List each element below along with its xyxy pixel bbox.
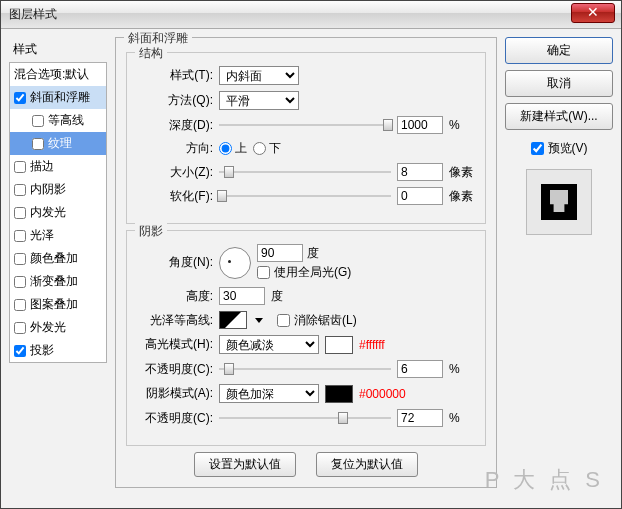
shading-legend: 阴影 — [135, 223, 167, 240]
check-texture[interactable] — [32, 138, 44, 150]
preview-thumbnail — [526, 169, 592, 235]
method-label: 方法(Q): — [135, 92, 213, 109]
ok-button[interactable]: 确定 — [505, 37, 613, 64]
structure-legend: 结构 — [135, 45, 167, 62]
sidebar-item-texture[interactable]: 纹理 — [10, 132, 106, 155]
check-innershadow[interactable] — [14, 184, 26, 196]
highlight-opacity-input[interactable] — [397, 360, 443, 378]
close-button[interactable]: ✕ — [571, 3, 615, 23]
altitude-input[interactable] — [219, 287, 265, 305]
cancel-button[interactable]: 取消 — [505, 70, 613, 97]
center-panel: 斜面和浮雕 结构 样式(T): 内斜面 方法(Q): 平滑 深度(D): — [115, 37, 497, 500]
reset-default-button[interactable]: 复位为默认值 — [316, 452, 418, 477]
gloss-contour-picker[interactable] — [219, 311, 247, 329]
highlight-mode-select[interactable]: 颜色减淡 — [219, 335, 319, 354]
sidebar-item-innerglow[interactable]: 内发光 — [10, 201, 106, 224]
depth-label: 深度(D): — [135, 117, 213, 134]
shading-group: 阴影 角度(N): 度 使用全局光(G) 高度: — [126, 230, 486, 446]
style-select[interactable]: 内斜面 — [219, 66, 299, 85]
sidebar-item-patternoverlay[interactable]: 图案叠加 — [10, 293, 106, 316]
sidebar-item-stroke[interactable]: 描边 — [10, 155, 106, 178]
highlight-opacity-slider[interactable] — [219, 361, 391, 377]
chevron-down-icon[interactable] — [255, 318, 263, 323]
sidebar-item-coloroverlay[interactable]: 颜色叠加 — [10, 247, 106, 270]
check-gradientoverlay[interactable] — [14, 276, 26, 288]
antialias-check[interactable] — [277, 314, 290, 327]
preview-check[interactable] — [531, 142, 544, 155]
sidebar-header: 样式 — [9, 37, 107, 62]
size-input[interactable] — [397, 163, 443, 181]
shadow-opacity-slider[interactable] — [219, 410, 391, 426]
sidebar-item-outerglow[interactable]: 外发光 — [10, 316, 106, 339]
size-slider[interactable] — [219, 164, 391, 180]
new-style-button[interactable]: 新建样式(W)... — [505, 103, 613, 130]
angle-dial[interactable] — [219, 247, 251, 279]
shadow-mode-label: 阴影模式(A): — [135, 385, 213, 402]
layer-style-dialog: 图层样式 ✕ 样式 混合选项:默认 斜面和浮雕 等高线 纹理 描边 内阴影 内发… — [0, 0, 622, 509]
check-innerglow[interactable] — [14, 207, 26, 219]
style-list: 混合选项:默认 斜面和浮雕 等高线 纹理 描边 内阴影 内发光 光泽 颜色叠加 … — [9, 62, 107, 363]
check-patternoverlay[interactable] — [14, 299, 26, 311]
dir-label: 方向: — [135, 140, 213, 157]
angle-input[interactable] — [257, 244, 303, 262]
make-default-button[interactable]: 设置为默认值 — [194, 452, 296, 477]
check-satin[interactable] — [14, 230, 26, 242]
soften-label: 软化(F): — [135, 188, 213, 205]
global-light-check[interactable] — [257, 266, 270, 279]
depth-slider[interactable] — [219, 117, 391, 133]
titlebar: 图层样式 ✕ — [1, 1, 621, 29]
check-coloroverlay[interactable] — [14, 253, 26, 265]
sidebar-item-gradientoverlay[interactable]: 渐变叠加 — [10, 270, 106, 293]
sidebar-item-innershadow[interactable]: 内阴影 — [10, 178, 106, 201]
angle-label: 角度(N): — [135, 254, 213, 271]
check-outerglow[interactable] — [14, 322, 26, 334]
sidebar-item-dropshadow[interactable]: 投影 — [10, 339, 106, 362]
highlight-color-swatch[interactable] — [325, 336, 353, 354]
sidebar: 样式 混合选项:默认 斜面和浮雕 等高线 纹理 描边 内阴影 内发光 光泽 颜色… — [9, 37, 107, 500]
dialog-body: 样式 混合选项:默认 斜面和浮雕 等高线 纹理 描边 内阴影 内发光 光泽 颜色… — [1, 29, 621, 508]
structure-group: 结构 样式(T): 内斜面 方法(Q): 平滑 深度(D): % — [126, 52, 486, 224]
sidebar-item-blend[interactable]: 混合选项:默认 — [10, 63, 106, 86]
highlight-mode-label: 高光模式(H): — [135, 336, 213, 353]
shadow-hex: #000000 — [359, 387, 406, 401]
check-bevel[interactable] — [14, 92, 26, 104]
gloss-label: 光泽等高线: — [135, 312, 213, 329]
preview-icon — [541, 184, 577, 220]
dir-down-radio[interactable] — [253, 142, 266, 155]
soften-input[interactable] — [397, 187, 443, 205]
altitude-label: 高度: — [135, 288, 213, 305]
highlight-hex: #ffffff — [359, 338, 385, 352]
dir-up-radio[interactable] — [219, 142, 232, 155]
check-contour[interactable] — [32, 115, 44, 127]
style-label: 样式(T): — [135, 67, 213, 84]
size-label: 大小(Z): — [135, 164, 213, 181]
sidebar-item-contour[interactable]: 等高线 — [10, 109, 106, 132]
shadow-opacity-input[interactable] — [397, 409, 443, 427]
check-stroke[interactable] — [14, 161, 26, 173]
method-select[interactable]: 平滑 — [219, 91, 299, 110]
sidebar-item-satin[interactable]: 光泽 — [10, 224, 106, 247]
shadow-opacity-label: 不透明度(C): — [135, 410, 213, 427]
window-title: 图层样式 — [9, 6, 57, 23]
shadow-color-swatch[interactable] — [325, 385, 353, 403]
bevel-fieldset: 斜面和浮雕 结构 样式(T): 内斜面 方法(Q): 平滑 深度(D): — [115, 37, 497, 488]
highlight-opacity-label: 不透明度(C): — [135, 361, 213, 378]
check-dropshadow[interactable] — [14, 345, 26, 357]
soften-slider[interactable] — [219, 188, 391, 204]
depth-input[interactable] — [397, 116, 443, 134]
shadow-mode-select[interactable]: 颜色加深 — [219, 384, 319, 403]
sidebar-item-bevel[interactable]: 斜面和浮雕 — [10, 86, 106, 109]
right-column: 确定 取消 新建样式(W)... 预览(V) — [505, 37, 613, 500]
